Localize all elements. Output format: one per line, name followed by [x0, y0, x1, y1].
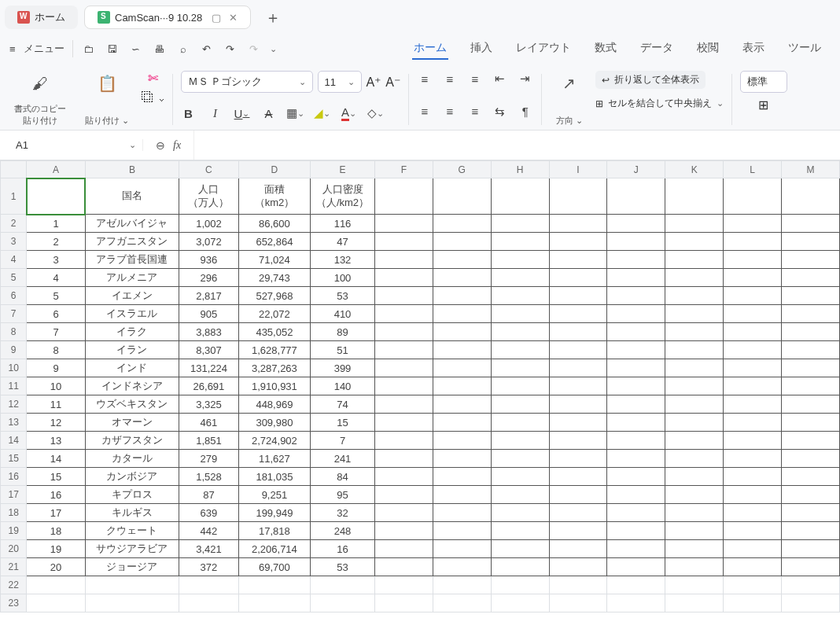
row-header[interactable]: 22 — [1, 576, 27, 594]
cell[interactable]: 1 — [27, 215, 85, 233]
align-left-icon[interactable]: ≡ — [417, 104, 433, 120]
cell[interactable] — [433, 287, 491, 305]
cell[interactable] — [724, 215, 782, 233]
cell[interactable]: 4 — [27, 269, 85, 287]
cell[interactable] — [374, 468, 433, 486]
cell[interactable] — [491, 558, 549, 576]
bold-button[interactable]: B — [181, 105, 197, 121]
row-header[interactable]: 15 — [1, 450, 27, 468]
increase-font-icon[interactable]: A⁺ — [367, 75, 381, 90]
cell[interactable] — [374, 287, 433, 305]
cell[interactable] — [724, 341, 782, 359]
cell[interactable] — [433, 432, 491, 450]
cell[interactable]: 14 — [27, 450, 85, 468]
cell[interactable] — [724, 377, 782, 395]
cell[interactable] — [724, 178, 782, 215]
cell[interactable] — [549, 594, 607, 612]
cell[interactable] — [665, 215, 724, 233]
cell[interactable]: 9 — [27, 359, 85, 377]
align-middle-icon[interactable]: ≡ — [442, 71, 458, 86]
cell[interactable] — [491, 522, 549, 540]
cell[interactable] — [433, 594, 491, 612]
cell[interactable] — [549, 558, 607, 576]
cell[interactable] — [549, 522, 607, 540]
hamburger-icon[interactable]: ≡ — [9, 43, 16, 55]
ribbon-tab-home[interactable]: ホーム — [412, 38, 448, 60]
cell[interactable]: 399 — [311, 359, 375, 377]
cell[interactable] — [665, 305, 724, 323]
cell[interactable] — [724, 504, 782, 522]
cell[interactable]: 面積（km2） — [238, 178, 310, 215]
cell[interactable]: 905 — [179, 305, 239, 323]
cell[interactable] — [374, 359, 433, 377]
cell[interactable] — [607, 233, 665, 251]
row-header[interactable]: 14 — [1, 432, 27, 450]
cell[interactable]: 9,251 — [238, 486, 310, 504]
cell[interactable]: サウジアラビア — [85, 540, 179, 558]
cell[interactable] — [549, 414, 607, 432]
font-color-button[interactable]: A ⌄ — [341, 105, 357, 121]
cell[interactable] — [665, 522, 724, 540]
cell[interactable] — [607, 341, 665, 359]
row-header[interactable]: 10 — [1, 359, 27, 377]
cell[interactable] — [549, 468, 607, 486]
cell[interactable]: 3,072 — [179, 233, 239, 251]
cell[interactable]: 639 — [179, 504, 239, 522]
cell[interactable] — [724, 305, 782, 323]
cell[interactable] — [311, 594, 375, 612]
cell[interactable]: 53 — [311, 287, 375, 305]
cell[interactable] — [782, 377, 840, 395]
cell[interactable] — [665, 414, 724, 432]
cell[interactable] — [491, 432, 549, 450]
column-header[interactable]: G — [433, 161, 491, 178]
cell[interactable] — [549, 287, 607, 305]
cell[interactable]: 461 — [179, 414, 239, 432]
cell[interactable] — [549, 450, 607, 468]
cell[interactable] — [549, 504, 607, 522]
cell[interactable] — [665, 395, 724, 414]
cell[interactable]: カタール — [85, 450, 179, 468]
cell[interactable] — [27, 594, 85, 612]
cell[interactable] — [433, 395, 491, 414]
cell[interactable] — [665, 251, 724, 269]
cell[interactable] — [374, 558, 433, 576]
row-header[interactable]: 2 — [1, 215, 27, 233]
cell[interactable]: 1,910,931 — [238, 377, 310, 395]
cell[interactable]: 1,528 — [179, 468, 239, 486]
cell[interactable]: 13 — [27, 432, 85, 450]
cell[interactable] — [607, 377, 665, 395]
cell[interactable] — [665, 432, 724, 450]
cell[interactable]: 3,287,263 — [238, 359, 310, 377]
cell[interactable] — [491, 323, 549, 341]
menu-label[interactable]: メニュー — [24, 42, 64, 56]
cell[interactable] — [433, 450, 491, 468]
cell[interactable] — [374, 540, 433, 558]
undo-icon[interactable]: ↶ — [199, 41, 215, 57]
cell[interactable] — [724, 450, 782, 468]
new-tab-button[interactable]: ＋ — [265, 7, 281, 28]
cell[interactable]: 199,949 — [238, 504, 310, 522]
cell[interactable]: アゼルバイジャ — [85, 215, 179, 233]
row-header[interactable]: 17 — [1, 486, 27, 504]
cell[interactable] — [665, 287, 724, 305]
cell[interactable] — [491, 269, 549, 287]
cell[interactable] — [491, 215, 549, 233]
cell[interactable] — [665, 178, 724, 215]
cell[interactable] — [374, 269, 433, 287]
cell[interactable]: キルギス — [85, 504, 179, 522]
rtl-icon[interactable]: ¶ — [518, 104, 533, 120]
cell[interactable] — [27, 178, 85, 215]
cell[interactable]: 6 — [27, 305, 85, 323]
cell[interactable] — [433, 323, 491, 341]
cell[interactable]: 人口密度（人/km2） — [311, 178, 375, 215]
distribute-icon[interactable]: ⇆ — [492, 104, 508, 120]
cell[interactable]: 1,002 — [179, 215, 239, 233]
borders-button[interactable]: ▦ ⌄ — [288, 105, 304, 121]
cell[interactable]: イラン — [85, 341, 179, 359]
cell[interactable]: 10 — [27, 377, 85, 395]
cell[interactable] — [782, 395, 840, 414]
cell[interactable] — [665, 450, 724, 468]
ribbon-tab-formula[interactable]: 数式 — [593, 38, 618, 60]
strike-button[interactable]: A — [261, 105, 277, 121]
row-header[interactable]: 23 — [1, 594, 27, 612]
